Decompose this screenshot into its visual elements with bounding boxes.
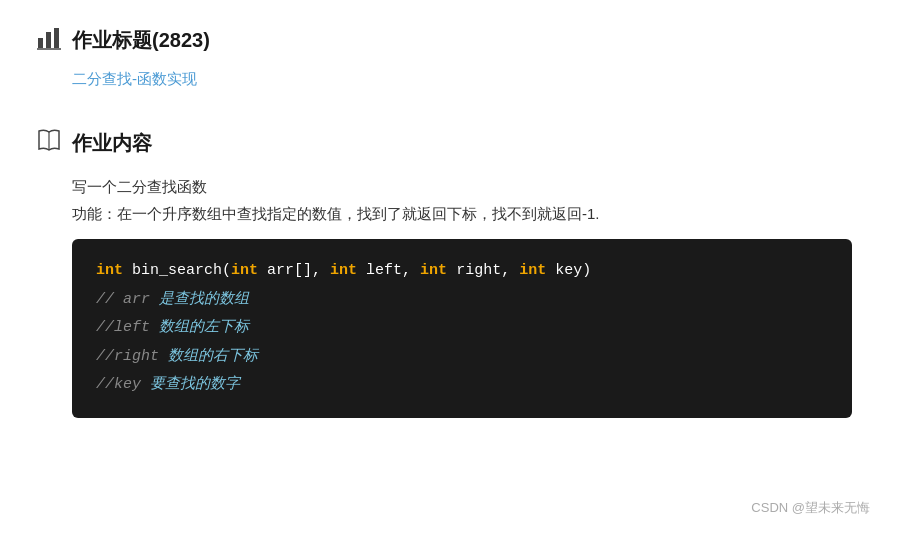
chart-icon	[36, 24, 62, 56]
keyword-int-2: int	[231, 262, 258, 279]
code-block: int bin_search(int arr[], int left, int …	[72, 239, 852, 418]
content-section: 作业内容 写一个二分查找函数 功能：在一个升序数组中查找指定的数值，找到了就返回…	[36, 127, 866, 418]
footer-watermark: CSDN @望未来无悔	[751, 499, 870, 517]
keyword-int-3: int	[330, 262, 357, 279]
keyword-int-5: int	[519, 262, 546, 279]
content-desc2: 功能：在一个升序数组中查找指定的数值，找到了就返回下标，找不到就返回-1.	[72, 200, 866, 227]
code-comment-1: // arr 是查找的数组	[96, 286, 828, 315]
homework-link[interactable]: 二分查找-函数实现	[72, 70, 197, 87]
code-comment-4: //key 要查找的数字	[96, 371, 828, 400]
comment-keyword-3: //right	[96, 348, 159, 365]
code-comment-2: //left 数组的左下标	[96, 314, 828, 343]
comment-cn-1: 是查找的数组	[150, 291, 249, 308]
section1-title-row: 作业标题(2823)	[36, 24, 866, 56]
comment-cn-3: 数组的右下标	[159, 348, 258, 365]
comment-cn-4: 要查找的数字	[141, 376, 240, 393]
keyword-int-4: int	[420, 262, 447, 279]
content-desc1: 写一个二分查找函数	[72, 173, 866, 200]
code-function-signature: bin_search(int arr[], int left, int righ…	[123, 262, 591, 279]
comment-keyword-4: //key	[96, 376, 141, 393]
section1-heading: 作业标题(2823)	[72, 27, 210, 54]
comment-cn-2: 数组的左下标	[150, 319, 249, 336]
code-line-1: int bin_search(int arr[], int left, int …	[96, 257, 828, 286]
section-spacer	[36, 89, 866, 117]
comment-keyword-2: //left	[96, 319, 150, 336]
svg-rect-0	[38, 38, 43, 48]
comment-keyword-1: // arr	[96, 291, 150, 308]
section2-title-row: 作业内容	[36, 127, 866, 159]
svg-rect-1	[46, 32, 51, 48]
section2-heading: 作业内容	[72, 130, 152, 157]
code-comment-3: //right 数组的右下标	[96, 343, 828, 372]
book-icon	[36, 127, 62, 159]
page-container: 作业标题(2823) 二分查找-函数实现 作业内容 写一个二分查找函数 功能：在…	[0, 0, 902, 478]
svg-rect-2	[54, 28, 59, 48]
keyword-int-1: int	[96, 262, 123, 279]
